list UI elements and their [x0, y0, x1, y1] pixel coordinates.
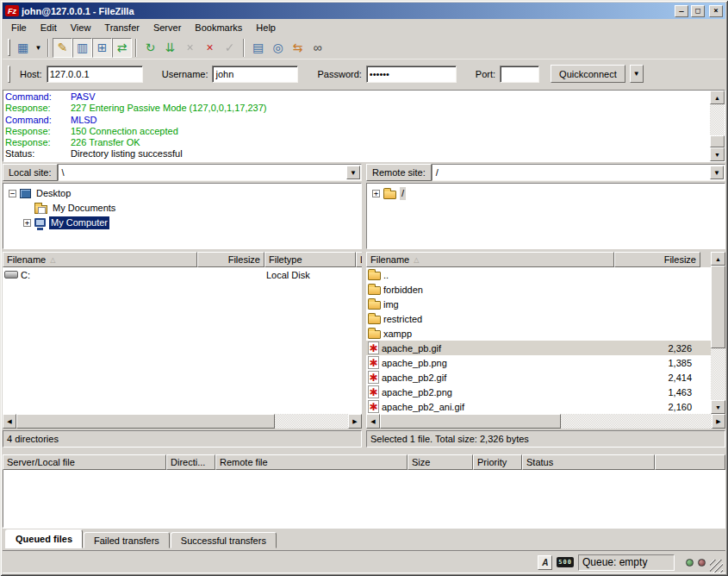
quickconnect-button[interactable]: Quickconnect	[551, 65, 625, 83]
column-header-status[interactable]: Status	[522, 454, 655, 470]
expand-plus-icon[interactable]: +	[372, 190, 380, 197]
expand-plus-icon[interactable]: +	[23, 219, 31, 227]
scroll-right-icon[interactable]: ▶	[712, 414, 725, 429]
scroll-left-icon[interactable]: ◀	[3, 414, 16, 429]
local-site-combo[interactable]: \ ▼	[58, 164, 362, 181]
menu-item-transfer[interactable]: Transfer	[97, 21, 146, 34]
table-row[interactable]: ..	[366, 267, 711, 282]
scroll-up-icon[interactable]: ▲	[711, 252, 725, 266]
tab-failed-transfers[interactable]: Failed transfers	[84, 532, 170, 548]
remote-hscrollbar[interactable]: ◀ ▶	[366, 414, 725, 429]
menu-item-help[interactable]: Help	[249, 21, 283, 34]
disconnect-button[interactable]: ×	[200, 38, 220, 58]
table-row[interactable]: ✱apache_pb2.gif2,414	[366, 370, 711, 385]
tab-successful-transfers[interactable]: Successful transfers	[171, 532, 277, 548]
local-hscrollbar[interactable]: ◀ ▶	[3, 414, 362, 429]
username-input[interactable]	[212, 66, 298, 83]
remote-vscroll-track[interactable]	[711, 348, 725, 400]
table-row[interactable]: forbidden	[366, 282, 711, 297]
column-header-server-local-file[interactable]: Server/Local file	[3, 454, 166, 470]
log-scroll-track[interactable]	[710, 104, 725, 135]
column-header-l[interactable]: L	[356, 252, 362, 267]
cancel-button[interactable]: ×	[180, 38, 200, 58]
tree-item[interactable]: +/	[369, 186, 723, 201]
toggle-transfer-queue-button[interactable]: ⇄	[112, 38, 132, 58]
refresh-button[interactable]: ↻	[140, 38, 160, 58]
reconnect-button[interactable]: ✓	[220, 38, 240, 58]
toolbar-grip[interactable]	[8, 39, 10, 56]
message-log: Command:PASVResponse:227 Entering Passiv…	[3, 90, 725, 162]
column-header-priority[interactable]: Priority	[473, 454, 522, 470]
file-search-button[interactable]: ◎	[268, 38, 288, 58]
table-row[interactable]: img	[366, 297, 711, 311]
activity-led-green-icon	[686, 559, 694, 567]
directory-comparison-button[interactable]: ∞	[308, 38, 327, 58]
quickconnect-dropdown-button[interactable]: ▼	[630, 65, 644, 83]
menu-item-edit[interactable]: Edit	[34, 21, 64, 34]
toggle-message-log-button[interactable]: ✎	[53, 38, 72, 58]
tree-item[interactable]: −Desktop	[5, 186, 359, 201]
menu-item-bookmarks[interactable]: Bookmarks	[188, 21, 249, 34]
local-hscroll-thumb[interactable]	[16, 414, 275, 429]
site-manager-dropdown[interactable]: ▼	[33, 38, 44, 58]
filter-button[interactable]: ▤	[248, 38, 268, 58]
column-header-directi-[interactable]: Directi...	[166, 454, 215, 470]
tree-item[interactable]: My Documents	[5, 201, 359, 216]
column-header-filename[interactable]: Filename△	[366, 252, 614, 267]
maximize-button[interactable]: □	[691, 5, 705, 17]
tab-queued-files[interactable]: Queued files	[5, 529, 83, 548]
column-header-filesize[interactable]: Filesize	[614, 252, 700, 267]
toggle-local-tree-button[interactable]: ▥	[72, 38, 92, 58]
port-input[interactable]	[500, 66, 539, 83]
close-button[interactable]: ×	[709, 5, 723, 17]
column-header-empty[interactable]	[655, 454, 725, 470]
scroll-down-icon[interactable]: ▼	[711, 400, 725, 414]
toolbar-grip[interactable]	[8, 66, 10, 83]
table-row[interactable]: xampp	[366, 326, 711, 341]
menu-item-view[interactable]: View	[64, 21, 98, 34]
table-row[interactable]: restricted	[366, 311, 711, 326]
speed-limits-icon[interactable]: 500	[557, 557, 574, 567]
collapse-minus-icon[interactable]: −	[9, 190, 16, 197]
local-hscroll-track[interactable]	[275, 414, 348, 429]
log-scrollbar[interactable]: ▲ ▼	[710, 91, 725, 161]
log-scroll-thumb[interactable]	[710, 135, 725, 147]
toggle-remote-tree-button[interactable]: ⊞	[92, 38, 112, 58]
folder-icon	[383, 191, 396, 199]
column-header-size[interactable]: Size	[408, 454, 473, 470]
remote-hscroll-thumb[interactable]	[380, 414, 561, 429]
tree-item[interactable]: +My Computer	[5, 216, 359, 230]
column-header-remote-file[interactable]: Remote file	[215, 454, 408, 470]
column-header-filetype[interactable]: Filetype	[264, 252, 356, 267]
scroll-up-icon[interactable]: ▲	[710, 91, 725, 104]
process-queue-button[interactable]: ⇊	[160, 38, 180, 58]
sync-browsing-button[interactable]: ⇆	[288, 38, 308, 58]
table-row[interactable]: ✱apache_pb2.png1,463	[366, 385, 711, 399]
column-header-filesize[interactable]: Filesize	[197, 252, 264, 267]
menu-item-server[interactable]: Server	[146, 21, 188, 34]
scroll-left-icon[interactable]: ◀	[366, 414, 380, 429]
password-input[interactable]	[366, 66, 457, 83]
table-row[interactable]: C:Local Disk	[3, 267, 362, 282]
menu-item-file[interactable]: File	[4, 21, 34, 34]
image-file-icon: ✱	[368, 400, 379, 413]
site-manager-button[interactable]: ▦	[13, 38, 33, 58]
remote-site-dropdown[interactable]: ▼	[710, 166, 724, 179]
remote-site-combo[interactable]: / ▼	[432, 164, 725, 181]
title-bar[interactable]: Fz john@127.0.0.1 - FileZilla _ □ ×	[3, 3, 725, 19]
transfer-type-icon[interactable]: A	[538, 555, 552, 570]
resize-grip[interactable]	[710, 560, 723, 573]
filename-cell: C:	[3, 267, 197, 282]
remote-vscroll-thumb[interactable]	[711, 266, 725, 348]
local-site-dropdown[interactable]: ▼	[346, 166, 360, 179]
table-row[interactable]: ✱apache_pb.gif2,326	[366, 341, 711, 355]
table-row[interactable]: ✱apache_pb2_ani.gif2,160	[366, 399, 711, 414]
remote-vscrollbar[interactable]: ▲ ▼	[711, 252, 725, 414]
remote-hscroll-track[interactable]	[561, 414, 712, 429]
column-header-filename[interactable]: Filename△	[3, 252, 197, 267]
host-input[interactable]	[47, 66, 143, 83]
table-row[interactable]: ✱apache_pb.png1,385	[366, 355, 711, 370]
scroll-right-icon[interactable]: ▶	[348, 414, 362, 429]
scroll-down-icon[interactable]: ▼	[710, 147, 725, 161]
minimize-button[interactable]: _	[675, 5, 688, 17]
